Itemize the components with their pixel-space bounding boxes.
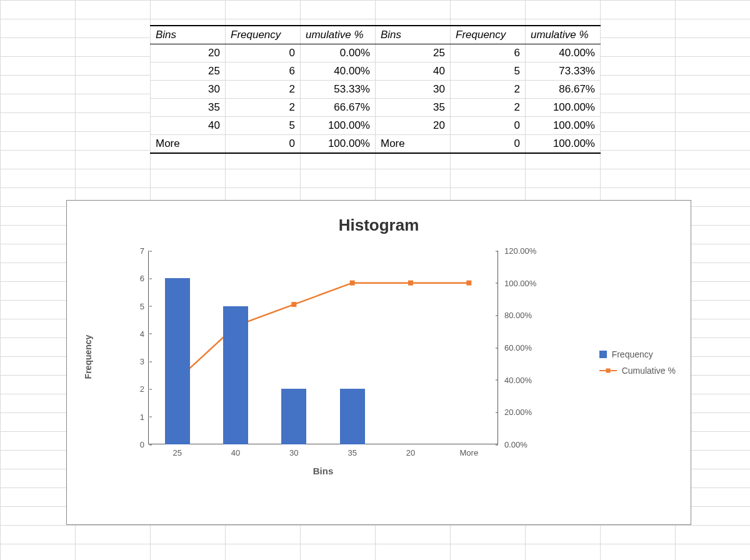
line-marker xyxy=(350,281,355,286)
cell[interactable]: 66.67% xyxy=(301,99,376,117)
x-tick-label: 20 xyxy=(406,448,415,458)
x-tick-label: 30 xyxy=(289,448,298,458)
chart-legend: Frequency Cumulative % xyxy=(599,343,676,382)
y-right-tick: 40.00% xyxy=(498,375,532,384)
plot-wrap: Frequency Bins 012345670.00%20.00%40.00%… xyxy=(129,251,542,463)
chart-bar xyxy=(223,306,248,444)
cell[interactable]: 40.00% xyxy=(526,44,601,62)
cell[interactable]: 0 xyxy=(226,44,301,62)
x-tick-label: 25 xyxy=(172,448,181,458)
cell[interactable]: 30 xyxy=(151,81,226,99)
cell[interactable]: 2 xyxy=(226,99,301,117)
y-right-tick: 80.00% xyxy=(498,311,532,320)
y-axis-title: Frequency xyxy=(83,335,93,379)
chart-bar xyxy=(340,389,365,444)
cell[interactable]: 73.33% xyxy=(526,62,601,81)
cell[interactable]: 2 xyxy=(451,99,526,117)
cell[interactable]: 6 xyxy=(226,62,301,81)
legend-swatch-line xyxy=(599,370,617,371)
y-left-tick: 5 xyxy=(140,301,148,311)
x-tick-label: 40 xyxy=(231,448,240,458)
col-bins-2: Bins xyxy=(376,26,451,44)
cell[interactable]: 25 xyxy=(376,44,451,62)
cell[interactable]: 100.00% xyxy=(526,99,601,117)
line-marker xyxy=(291,302,296,307)
cell[interactable]: 100.00% xyxy=(526,117,601,135)
cell[interactable]: 100.00% xyxy=(301,117,376,135)
line-marker xyxy=(408,281,413,286)
sheet-content: Bins Frequency umulative % Bins Frequenc… xyxy=(0,0,750,560)
y-left-tick: 1 xyxy=(140,412,148,421)
y-left-tick: 7 xyxy=(140,246,148,256)
y-right-tick: 20.00% xyxy=(498,408,532,417)
cell[interactable]: 0 xyxy=(451,117,526,135)
cell[interactable]: 40 xyxy=(151,117,226,135)
table-row[interactable]: 40 5 100.00% 20 0 100.00% xyxy=(151,117,601,135)
table-header-row: Bins Frequency umulative % Bins Frequenc… xyxy=(151,26,601,44)
cell[interactable]: 25 xyxy=(151,62,226,81)
frequency-table: Bins Frequency umulative % Bins Frequenc… xyxy=(150,25,601,154)
legend-swatch-bar xyxy=(599,351,607,358)
cell[interactable]: 100.00% xyxy=(526,135,601,154)
line-series-svg xyxy=(148,251,498,444)
y-left-tick: 0 xyxy=(140,440,148,449)
y-left-tick: 3 xyxy=(140,357,148,366)
cell[interactable]: 40.00% xyxy=(301,62,376,81)
x-tick-label: More xyxy=(460,448,479,458)
cell[interactable]: 5 xyxy=(451,62,526,81)
y-right-tick: 120.00% xyxy=(498,246,536,256)
cell[interactable]: 35 xyxy=(151,99,226,117)
cell[interactable]: 100.00% xyxy=(301,135,376,154)
col-bins-1: Bins xyxy=(151,26,226,44)
histogram-chart[interactable]: Histogram Frequency Bins 012345670.00%20… xyxy=(66,200,691,525)
chart-title: Histogram xyxy=(67,216,691,235)
table-row[interactable]: More 0 100.00% More 0 100.00% xyxy=(151,135,601,154)
cell[interactable]: 20 xyxy=(376,117,451,135)
legend-label: Cumulative % xyxy=(622,366,676,376)
cell[interactable]: 40 xyxy=(376,62,451,81)
col-frequency-1: Frequency xyxy=(226,26,301,44)
table-row[interactable]: 35 2 66.67% 35 2 100.00% xyxy=(151,99,601,117)
legend-item-cumulative: Cumulative % xyxy=(599,366,676,376)
table-row[interactable]: 25 6 40.00% 40 5 73.33% xyxy=(151,62,601,81)
cell[interactable]: More xyxy=(376,135,451,154)
y-left-tick: 6 xyxy=(140,274,148,283)
cell[interactable]: 35 xyxy=(376,99,451,117)
cumulative-line xyxy=(178,283,469,380)
table-row[interactable]: 30 2 53.33% 30 2 86.67% xyxy=(151,81,601,99)
y-right-tick: 60.00% xyxy=(498,343,532,352)
cell[interactable]: 0 xyxy=(226,135,301,154)
plot-area: Bins 012345670.00%20.00%40.00%60.00%80.0… xyxy=(148,251,498,444)
y-left-tick: 2 xyxy=(140,384,148,394)
table-row[interactable]: 20 0 0.00% 25 6 40.00% xyxy=(151,44,601,62)
cell[interactable]: 53.33% xyxy=(301,81,376,99)
cell[interactable]: 0 xyxy=(451,135,526,154)
y-left-tick: 4 xyxy=(140,329,148,338)
y-right-tick: 0.00% xyxy=(498,440,528,449)
cell[interactable]: More xyxy=(151,135,226,154)
chart-bar xyxy=(281,389,306,444)
col-frequency-2: Frequency xyxy=(451,26,526,44)
legend-item-frequency: Frequency xyxy=(599,349,676,359)
col-cumulative-1: umulative % xyxy=(301,26,376,44)
cell[interactable]: 86.67% xyxy=(526,81,601,99)
cell[interactable]: 20 xyxy=(151,44,226,62)
line-marker xyxy=(466,281,471,286)
cell[interactable]: 0.00% xyxy=(301,44,376,62)
x-tick-label: 35 xyxy=(348,448,356,458)
cell[interactable]: 5 xyxy=(226,117,301,135)
cell[interactable]: 2 xyxy=(226,81,301,99)
cell[interactable]: 6 xyxy=(451,44,526,62)
legend-label: Frequency xyxy=(612,349,653,359)
col-cumulative-2: umulative % xyxy=(526,26,601,44)
y-right-tick: 100.00% xyxy=(498,278,536,288)
cell[interactable]: 2 xyxy=(451,81,526,99)
chart-bar xyxy=(165,278,190,444)
cell[interactable]: 30 xyxy=(376,81,451,99)
x-axis-title: Bins xyxy=(313,466,334,476)
